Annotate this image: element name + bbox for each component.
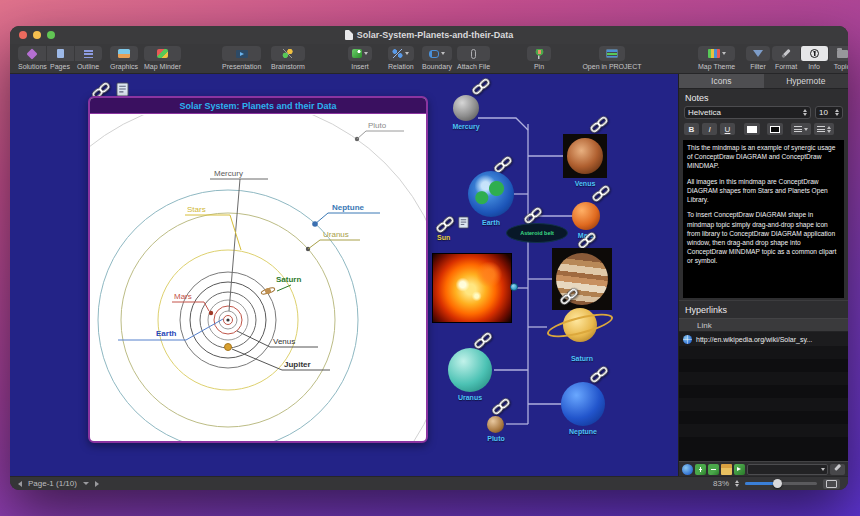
notes-editor[interactable]: This the mindmap is an example of synerg… <box>683 140 844 298</box>
sun-image <box>433 254 511 322</box>
page-menu-button[interactable] <box>83 482 89 485</box>
zoom-slider[interactable] <box>745 482 817 485</box>
page-indicator: Page-1 (1/10) <box>28 479 77 488</box>
italic-button[interactable]: I <box>702 123 717 135</box>
mindmap-topic-venus[interactable] <box>563 134 607 178</box>
jupiter-label: Jupiter <box>284 360 311 369</box>
pluto-label: Pluto <box>368 121 387 130</box>
mindmap-canvas[interactable]: Solar System: Planets and their Data <box>10 74 678 476</box>
note-icon[interactable] <box>116 82 129 97</box>
next-page-button[interactable] <box>95 481 99 487</box>
panel-tabs: Icons Hypernote <box>679 74 848 89</box>
mercury-hyperlink-icon[interactable] <box>468 74 493 98</box>
add-hyperlink-icon[interactable] <box>695 464 706 475</box>
globe-icon <box>683 335 692 344</box>
hyperlink-url: http://en.wikipedia.org/wiki/Solar_sy... <box>696 336 812 343</box>
mindmap-topic-sun[interactable] <box>432 253 512 323</box>
neptune-topic-label: Neptune <box>558 428 608 435</box>
presentation-button[interactable]: Presentation <box>222 46 261 70</box>
sun-hyperlink-icon[interactable] <box>432 212 457 236</box>
orbit-circles <box>90 115 426 441</box>
mindmap-topic-pluto[interactable] <box>487 416 504 433</box>
hyperlink-row[interactable]: http://en.wikipedia.org/wiki/Solar_sy... <box>679 332 848 346</box>
map-theme-button[interactable]: Map Theme <box>698 46 735 70</box>
mindmap-topic-mercury[interactable] <box>453 95 479 121</box>
edit-hyperlink-button[interactable] <box>830 464 845 475</box>
attach-file-icon <box>471 49 476 59</box>
mars-dot <box>209 311 213 315</box>
chevron-down-icon <box>405 52 409 55</box>
pin-icon <box>535 49 544 59</box>
go-to-link-icon[interactable] <box>734 464 745 475</box>
brainstorm-button[interactable]: Brainstorm <box>271 46 305 70</box>
empty-row <box>679 372 848 385</box>
zoom-slider-thumb[interactable] <box>773 479 782 488</box>
solar-system-diagram: Pluto Mercury Neptune Stars Uranus Satur… <box>90 115 426 441</box>
font-family-value: Helvetica <box>688 108 800 117</box>
branch-collapse-handle[interactable] <box>510 283 518 291</box>
filter-button[interactable]: Filter <box>746 46 770 70</box>
pin-button[interactable]: Pin <box>527 46 551 70</box>
graphics-icon <box>118 49 130 58</box>
previous-page-button[interactable] <box>18 481 22 487</box>
font-size-select[interactable]: 10 <box>815 106 843 119</box>
main-topic-diagram[interactable]: Solar System: Planets and their Data <box>88 96 428 443</box>
toolbar: Solutions Pages Outline Graphics Map Min… <box>10 44 848 74</box>
info-button[interactable] <box>800 46 828 61</box>
list-style-button[interactable] <box>791 123 811 135</box>
pluto-hyperlink-icon[interactable] <box>488 394 513 418</box>
boundary-button[interactable]: Boundary <box>422 46 452 70</box>
status-bar: Page-1 (1/10) 83% <box>10 476 848 490</box>
relation-icon <box>392 49 403 58</box>
mindmap-topic-earth[interactable] <box>468 171 514 217</box>
mindmap-topic-asteroid-belt[interactable]: Asteroid belt <box>506 223 568 243</box>
minimize-window-button[interactable] <box>33 31 41 39</box>
relation-button[interactable]: Relation <box>388 46 414 70</box>
outline-button[interactable] <box>74 46 102 61</box>
pages-button[interactable] <box>46 46 74 61</box>
tab-hypernote[interactable]: Hypernote <box>764 74 849 88</box>
link-target-select[interactable] <box>747 464 828 475</box>
mindmap-topic-neptune[interactable] <box>561 382 605 426</box>
info-label: Info <box>800 63 828 70</box>
notes-paragraph: All images in this mindmap are ConceptDr… <box>687 177 840 205</box>
format-label: Format <box>772 63 800 70</box>
mindmap-topic-saturn[interactable] <box>545 302 617 352</box>
remove-hyperlink-icon[interactable] <box>708 464 719 475</box>
bold-button[interactable]: B <box>684 123 699 135</box>
hyperlink-globe-icon[interactable] <box>682 464 693 475</box>
solutions-button[interactable] <box>18 46 46 61</box>
map-minder-button[interactable]: Map Minder <box>144 46 181 70</box>
tab-icons[interactable]: Icons <box>679 74 764 88</box>
mindmap-topic-uranus[interactable] <box>448 348 492 392</box>
fit-page-button[interactable] <box>823 479 840 489</box>
saturn-label: Saturn <box>276 275 301 284</box>
background-color-button[interactable] <box>767 123 783 135</box>
empty-row <box>679 359 848 372</box>
font-family-select[interactable]: Helvetica <box>684 106 811 119</box>
insert-icon <box>352 49 362 58</box>
line-spacing-button[interactable] <box>814 123 834 135</box>
topic-button[interactable] <box>828 46 848 61</box>
outline-icon <box>84 50 93 58</box>
text-color-button[interactable] <box>744 123 760 135</box>
attach-file-button[interactable]: Attach File <box>457 46 490 70</box>
open-in-project-button[interactable]: Open in PROJECT <box>575 46 649 70</box>
zoom-window-button[interactable] <box>47 31 55 39</box>
folder-link-icon[interactable] <box>721 464 732 475</box>
graphics-button[interactable]: Graphics <box>110 46 138 70</box>
sun-note-icon[interactable] <box>458 216 469 229</box>
hyperlink-toolbar <box>679 461 848 476</box>
venus-hyperlink-icon[interactable] <box>586 112 611 136</box>
format-button[interactable] <box>772 46 800 61</box>
chevron-down-icon <box>722 52 726 55</box>
document-icon <box>345 30 353 40</box>
topic-label: Topic <box>828 63 848 70</box>
toolbar-group-inspector: Format Info Topic <box>772 46 848 70</box>
mindmap-topic-mars[interactable] <box>572 202 600 230</box>
zoom-stepper[interactable] <box>735 480 739 487</box>
asteroid-belt-label: Asteroid belt <box>520 230 554 236</box>
close-window-button[interactable] <box>19 31 27 39</box>
underline-button[interactable]: U <box>720 123 735 135</box>
insert-button[interactable]: Insert <box>348 46 372 70</box>
